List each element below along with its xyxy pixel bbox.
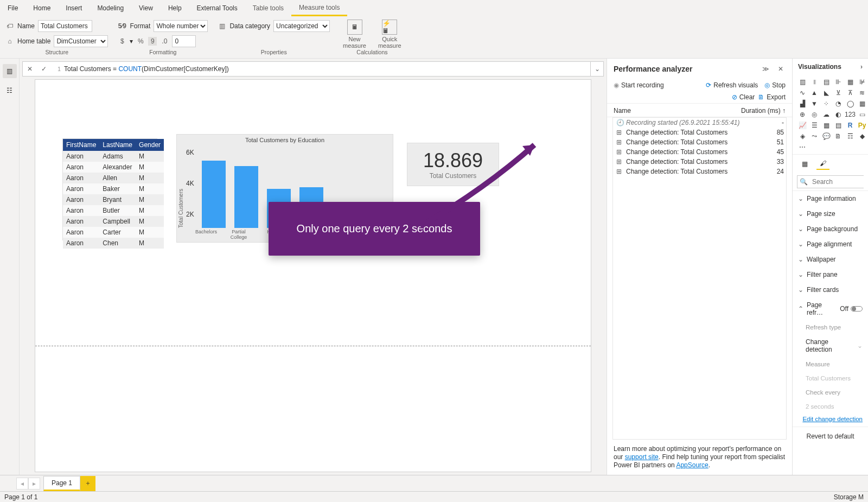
perf-result-row[interactable]: ⊞Change detection: Total Customers51	[613, 137, 786, 147]
vis-key-infl-icon[interactable]: ◈	[797, 131, 808, 141]
vis-narrative-icon[interactable]: 🗎	[833, 131, 844, 141]
vis-combo1-icon[interactable]: ⊻	[833, 88, 844, 98]
vis-100-bar-icon[interactable]: ▦	[845, 77, 856, 87]
expand-icon[interactable]: ⊞	[616, 168, 623, 175]
vis-multi-card-icon[interactable]: ▭	[857, 110, 867, 119]
tab-next-button[interactable]: ▸	[28, 478, 40, 490]
perf-stop-button[interactable]: ◎ Stop	[764, 81, 786, 89]
fields-pane-button[interactable]: ▦	[798, 158, 811, 170]
vis-shape-map-icon[interactable]: ☁	[821, 110, 832, 119]
vis-stacked-bar-icon[interactable]: ▥	[797, 77, 808, 87]
menu-insert[interactable]: Insert	[58, 0, 90, 16]
vis-panel-expand-button[interactable]: ›	[860, 63, 863, 71]
vis-kpi-icon[interactable]: 📈	[797, 120, 808, 130]
chart-bar[interactable]	[234, 166, 258, 228]
expand-icon[interactable]: ⊞	[616, 129, 623, 136]
appsource-link[interactable]: AppSource	[676, 461, 708, 469]
perf-col-name[interactable]: Name	[614, 107, 737, 115]
table-row[interactable]: AaronBryantM	[63, 194, 164, 205]
perf-result-row[interactable]: ⊞Change detection: Total Customers24	[613, 167, 786, 176]
section-wallpaper[interactable]: ⌄Wallpaper	[793, 252, 868, 267]
vis-donut-icon[interactable]: ◯	[845, 99, 856, 109]
perf-close-button[interactable]: ✕	[776, 64, 786, 74]
section-page-background[interactable]: ⌄Page background	[793, 221, 868, 237]
page-tab-1[interactable]: Page 1	[43, 476, 80, 491]
vis-clustered-bar-icon[interactable]: ▤	[821, 77, 832, 87]
vis-100-column-icon[interactable]: ⊯	[857, 77, 867, 87]
menu-help[interactable]: Help	[161, 0, 189, 16]
percent-button[interactable]: %	[136, 37, 145, 46]
section-filter-cards[interactable]: ⌄Filter cards	[793, 282, 868, 297]
section-filter-pane[interactable]: ⌄Filter pane	[793, 267, 868, 282]
report-canvas[interactable]: ◁ Filters FirstName LastName Gender Aaro…	[35, 79, 591, 472]
refresh-type-value[interactable]: Change detection ⌄	[793, 334, 868, 357]
menu-file[interactable]: File	[0, 0, 25, 16]
vis-more-icon[interactable]: ⋯	[797, 142, 808, 152]
vis-clustered-column-icon[interactable]: ⊪	[833, 77, 844, 87]
perf-clear-button[interactable]: ⊘ Clear	[732, 93, 755, 101]
vis-ribbon-icon[interactable]: ≋	[857, 88, 867, 98]
decimals-input[interactable]	[172, 35, 196, 47]
vis-card-icon[interactable]: 123	[845, 110, 856, 119]
menu-external-tools[interactable]: External Tools	[189, 0, 245, 16]
vis-stacked-area-icon[interactable]: ◣	[821, 88, 832, 98]
menu-measure-tools[interactable]: Measure tools	[291, 0, 347, 16]
vis-waterfall-icon[interactable]: ▟	[797, 99, 808, 109]
col-firstname[interactable]: FirstName	[63, 139, 99, 151]
vis-area-icon[interactable]: ▲	[809, 88, 820, 98]
table-row[interactable]: AaronAlexanderM	[63, 162, 164, 173]
section-page-size[interactable]: ⌄Page size	[793, 206, 868, 221]
format-select[interactable]: Whole number	[154, 20, 208, 32]
visual-table[interactable]: FirstName LastName Gender AaronAdamsMAar…	[62, 138, 157, 240]
vis-py-icon[interactable]: Py	[857, 120, 867, 130]
section-page-alignment[interactable]: ⌄Page alignment	[793, 237, 868, 252]
vis-treemap-icon[interactable]: ▦	[857, 99, 867, 109]
edit-change-detection-link[interactable]: Edit change detection	[793, 414, 868, 427]
vis-paginated-icon[interactable]: ☶	[845, 131, 856, 141]
support-site-link[interactable]: support site	[625, 453, 659, 461]
formula-cancel-button[interactable]: ✕	[23, 62, 37, 76]
table-row[interactable]: AaronCampbellM	[63, 216, 164, 227]
name-input[interactable]	[38, 20, 92, 32]
formula-input[interactable]: Total Customers = COUNT(DimCustomer[Cust…	[61, 65, 590, 73]
currency-button[interactable]: $	[118, 37, 126, 46]
chart-bar[interactable]	[202, 161, 226, 228]
table-row[interactable]: AaronAllenM	[63, 173, 164, 183]
vis-combo2-icon[interactable]: ⊼	[845, 88, 856, 98]
perf-col-duration[interactable]: Duration (ms) ↑	[737, 107, 786, 115]
perf-refresh-button[interactable]: ⟳ Refresh visuals	[706, 81, 758, 89]
thousands-button[interactable]: 9	[148, 37, 157, 46]
format-pane-button[interactable]: 🖌	[816, 158, 829, 170]
table-row[interactable]: AaronCarterM	[63, 227, 164, 238]
vis-table-icon[interactable]: ▦	[821, 120, 832, 130]
perf-result-row[interactable]: ⊞Change detection: Total Customers33	[613, 157, 786, 167]
report-view-button[interactable]: ▥	[3, 64, 17, 78]
vis-stacked-column-icon[interactable]: ⫴	[809, 77, 820, 87]
datacategory-select[interactable]: Uncategorized	[273, 20, 330, 32]
col-lastname[interactable]: LastName	[99, 139, 136, 151]
revert-to-default-button[interactable]: Revert to default	[793, 427, 868, 446]
visual-card[interactable]: 18.869 Total Customers	[407, 143, 499, 186]
section-page-information[interactable]: ⌄Page information	[793, 191, 868, 206]
vis-scatter-icon[interactable]: ⁘	[821, 99, 832, 109]
expand-icon[interactable]: ⊞	[616, 138, 623, 146]
perf-export-button[interactable]: 🗎 Export	[758, 93, 786, 101]
menu-table-tools[interactable]: Table tools	[245, 0, 291, 16]
vis-decomp-icon[interactable]: ⤳	[809, 131, 820, 141]
vis-r-icon[interactable]: R	[845, 120, 856, 130]
vis-qna-icon[interactable]: 💬	[821, 131, 832, 141]
table-row[interactable]: AaronChenM	[63, 238, 164, 249]
format-search-input[interactable]	[810, 176, 868, 188]
perf-start-button[interactable]: ◉ Start recording	[614, 81, 664, 89]
menu-view[interactable]: View	[131, 0, 161, 16]
vis-matrix-icon[interactable]: ▤	[833, 120, 844, 130]
add-page-button[interactable]: ＋	[80, 476, 95, 491]
vis-slicer-icon[interactable]: ☰	[809, 120, 820, 130]
decimal-format-button[interactable]: .0	[160, 37, 169, 46]
quick-measure-button[interactable]: ⚡🖩 Quick measure	[375, 20, 405, 49]
table-row[interactable]: AaronAdamsM	[63, 151, 164, 162]
hometable-select[interactable]: DimCustomer	[54, 35, 108, 47]
col-gender[interactable]: Gender	[136, 139, 164, 151]
perf-result-row[interactable]: ⊞Change detection: Total Customers85	[613, 128, 786, 137]
expand-icon[interactable]: ⊞	[616, 158, 623, 166]
